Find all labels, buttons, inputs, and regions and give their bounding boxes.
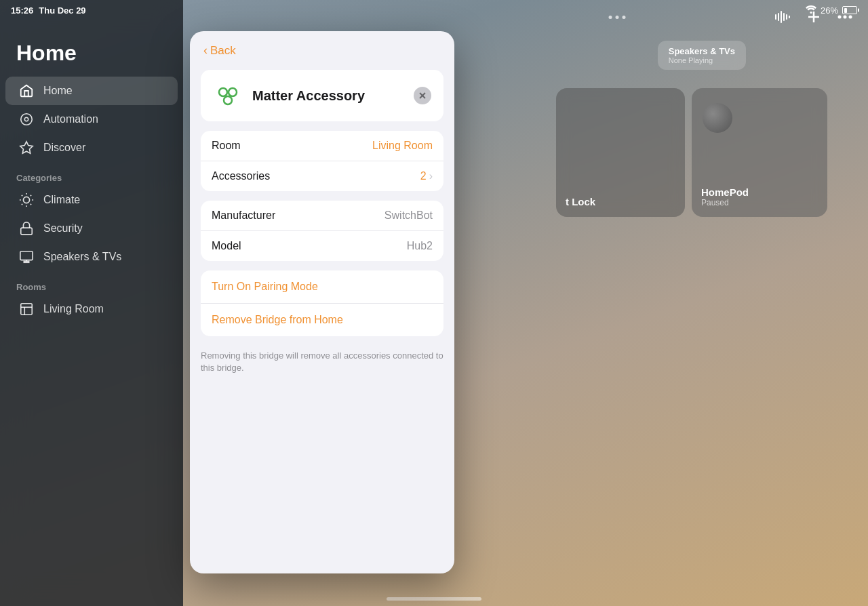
accessories-row[interactable]: Accessories 2 › [201, 161, 443, 191]
accessories-label: Accessories [212, 170, 270, 182]
room-row[interactable]: Room Living Room [201, 131, 443, 161]
room-accessories-card: Room Living Room Accessories 2 › [201, 131, 443, 191]
back-button[interactable]: ‹ Back [190, 31, 454, 64]
status-left: 15:26 Thu Dec 29 [11, 5, 86, 16]
accessories-value: 2 › [420, 170, 433, 182]
svg-point-29 [224, 96, 232, 104]
time-display: 15:26 [11, 5, 33, 16]
model-value: Hub2 [407, 240, 433, 252]
model-label: Model [212, 240, 241, 252]
accessory-title: Matter Accessory [252, 88, 365, 104]
manufacturer-row: Manufacturer SwitchBot [201, 201, 443, 231]
room-value: Living Room [372, 140, 433, 152]
accessory-header-left: Matter Accessory [213, 81, 365, 110]
back-label: Back [210, 44, 236, 58]
close-button[interactable] [414, 87, 431, 104]
svg-point-0 [810, 12, 812, 14]
actions-card: Turn On Pairing Mode Remove Bridge from … [201, 270, 443, 336]
modal-panel: ‹ Back Matter Accessory [190, 31, 454, 573]
room-label: Room [212, 140, 241, 152]
pairing-mode-label: Turn On Pairing Mode [212, 281, 318, 292]
model-row: Model Hub2 [201, 231, 443, 261]
remove-bridge-label: Remove Bridge from Home [212, 314, 343, 325]
matter-icon [213, 81, 243, 110]
wifi-icon [806, 5, 816, 16]
svg-point-31 [229, 88, 237, 96]
date-display: Thu Dec 29 [39, 5, 85, 16]
device-info-card: Manufacturer SwitchBot Model Hub2 [201, 201, 443, 261]
warning-text: Removing this bridge will remove all acc… [190, 346, 454, 374]
pairing-mode-row[interactable]: Turn On Pairing Mode [201, 270, 443, 304]
battery-percent: 26% [821, 5, 838, 16]
svg-point-30 [219, 88, 227, 96]
back-chevron-icon: ‹ [203, 43, 208, 58]
status-right: 26% [806, 5, 857, 16]
accessory-header-card: Matter Accessory [201, 70, 443, 121]
manufacturer-value: SwitchBot [384, 209, 433, 222]
modal-overlay: ‹ Back Matter Accessory [0, 0, 868, 606]
battery-icon [842, 6, 857, 14]
manufacturer-label: Manufacturer [212, 209, 275, 222]
status-bar: 15:26 Thu Dec 29 26% [0, 0, 868, 20]
remove-bridge-row[interactable]: Remove Bridge from Home [201, 304, 443, 336]
accessories-chevron: › [429, 170, 433, 182]
